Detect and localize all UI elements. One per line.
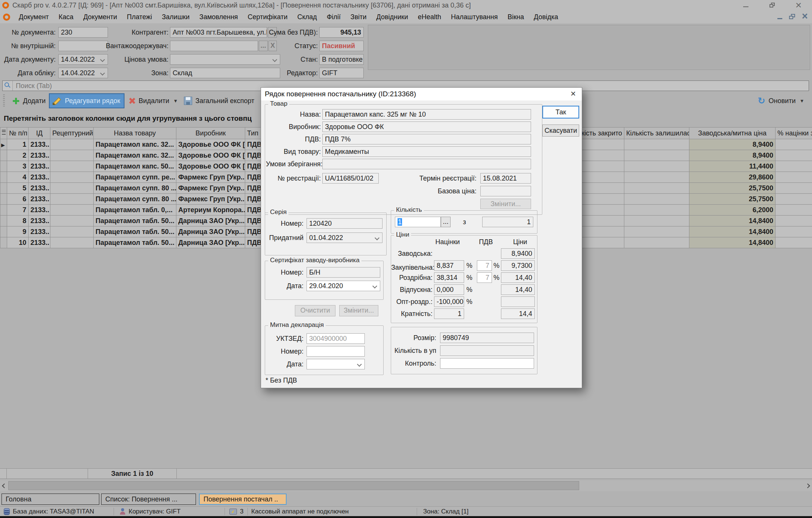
certificate-change-button[interactable]: Змінити... [339,305,378,316]
col-header-markup-pct[interactable]: % націнки за [776,128,812,139]
storage-conditions-field[interactable] [322,159,531,169]
cell-id[interactable]: 2133.. [29,139,50,150]
menu-documents[interactable]: Документи [78,11,122,23]
cell-name[interactable]: Парацетамол капс. 32... [94,139,176,150]
cell-factory-price[interactable]: 14,8400 [689,216,776,226]
cell-id[interactable]: 2133.. [29,237,50,248]
cell-name[interactable]: Парацетамол супп. ре... [94,172,176,183]
cell-num[interactable]: 7 [7,205,29,216]
cell-num[interactable]: 2 [7,150,29,161]
cell-id[interactable]: 2133.. [29,226,50,237]
col-header-remaining[interactable]: Кількість залишилася [624,128,689,139]
dialog-close-icon[interactable]: × [565,88,582,100]
cell-num[interactable]: 10 [7,237,29,248]
cell-manufacturer[interactable]: Артериум Корпора... [176,205,245,216]
notes-panel[interactable] [368,25,810,70]
cell-num[interactable]: 6 [7,194,29,205]
cell-manufacturer[interactable]: Фармекс Груп [Укр... [176,172,245,183]
cell-remaining[interactable] [624,216,689,226]
row-gutter[interactable] [0,205,7,216]
cell-remaining[interactable] [624,139,689,150]
cell-num[interactable]: 8 [7,216,29,226]
row-gutter[interactable] [0,150,7,161]
series-valid-date-field[interactable]: 01.04.2022 [307,232,382,243]
cell-remaining[interactable] [624,226,689,237]
col-header-num[interactable]: № п/п [7,128,29,139]
cell-factory-price[interactable]: 29,8600 [689,172,776,183]
row-gutter[interactable] [0,216,7,226]
cell-id[interactable]: 2133.. [29,161,50,172]
cell-manufacturer[interactable]: Здоровье ООО ФК [... [176,161,245,172]
cell-name[interactable]: Парацетамол табл. 50... [94,226,176,237]
series-number-field[interactable]: 120420 [307,218,382,229]
grid-menu-icon[interactable] [0,128,7,139]
export-button[interactable]: Загальний експорт [181,93,258,108]
tab-home[interactable]: Головна [2,494,99,505]
minimize-icon[interactable] [742,2,750,9]
cell-remaining[interactable] [624,150,689,161]
registration-term-field[interactable]: 15.08.2021 [480,173,531,184]
cell-id[interactable]: 2133.. [29,172,50,183]
cell-manufacturer[interactable]: Здоровье ООО ФК [... [176,139,245,150]
cell-factory-price[interactable]: 25,7500 [689,183,776,194]
col-header-factory-price[interactable]: Заводська/митна ціна [689,128,776,139]
col-header-manufacturer[interactable]: Виробник [176,128,245,139]
multiplicity-field[interactable]: 1 [434,308,464,319]
cell-recipe[interactable] [50,183,94,194]
menu-reports[interactable]: Звіти [346,11,372,23]
menu-orders[interactable]: Замовлення [194,11,243,23]
menu-ehealth[interactable]: eHealth [413,11,446,23]
cell-num[interactable]: 4 [7,172,29,183]
cell-recipe[interactable] [50,216,94,226]
menu-kasa[interactable]: Каса [54,11,79,23]
row-gutter[interactable] [0,194,7,205]
cell-num[interactable]: 5 [7,183,29,194]
mdi-minimize-icon[interactable] [775,12,785,21]
cell-markup-pct[interactable] [776,172,812,183]
cell-remaining[interactable] [624,183,689,194]
refresh-button[interactable]: ↻ Оновити ▾ [754,93,807,108]
mdi-close-icon[interactable] [800,12,810,21]
menu-warehouse[interactable]: Склад [293,11,322,23]
row-gutter[interactable] [0,237,7,248]
cell-recipe[interactable] [50,237,94,248]
cell-recipe[interactable] [50,161,94,172]
customs-number-field[interactable] [307,346,365,357]
qty-in-pack-field[interactable] [440,345,534,356]
control-field[interactable] [440,358,534,369]
menu-branches[interactable]: Філії [322,11,346,23]
cell-markup-pct[interactable] [776,205,812,216]
cell-markup-pct[interactable] [776,216,812,226]
cell-num[interactable]: 3 [7,161,29,172]
cell-manufacturer[interactable]: Дарница ЗАО [Укр... [176,237,245,248]
quantity-field[interactable]: 1 [395,217,441,227]
tab-return-to-supplier[interactable]: Повернення постачал .. [199,494,287,505]
size-field[interactable]: 9980749 [440,333,534,343]
cell-name[interactable]: Парацетамол капс. 50... [94,161,176,172]
quantity-browse-button[interactable]: ... [441,217,451,227]
add-button[interactable]: Додати [9,93,49,108]
edit-row-button[interactable]: Редагувати рядок [49,93,124,108]
cancel-button[interactable]: Скасувати [542,125,579,137]
close-icon[interactable] [795,2,802,9]
cell-num[interactable]: 9 [7,226,29,237]
menu-settings[interactable]: Налаштування [446,11,502,23]
cell-manufacturer[interactable]: Фармекс Груп [Укр... [176,194,245,205]
cell-name[interactable]: Парацетамол табл. 50... [94,237,176,248]
scroll-left-icon[interactable] [0,480,8,491]
col-header-name[interactable]: Назва товару [94,128,176,139]
restore-icon[interactable] [768,2,776,9]
cell-markup-pct[interactable] [776,194,812,205]
cell-manufacturer[interactable]: Дарница ЗАО [Укр... [176,226,245,237]
col-header-id[interactable]: ІД [29,128,50,139]
row-gutter[interactable] [0,161,7,172]
cell-remaining[interactable] [624,161,689,172]
menu-windows[interactable]: Вікна [502,11,529,23]
cell-recipe[interactable] [50,172,94,183]
cell-factory-price[interactable]: 14,8400 [689,237,776,248]
wholesale-markup-field[interactable]: -100,000 [434,296,464,307]
ok-button[interactable]: Так [542,106,579,118]
cell-remaining[interactable] [624,237,689,248]
cell-factory-price[interactable]: 8,9400 [689,139,776,150]
cell-factory-price[interactable]: 25,7500 [689,194,776,205]
